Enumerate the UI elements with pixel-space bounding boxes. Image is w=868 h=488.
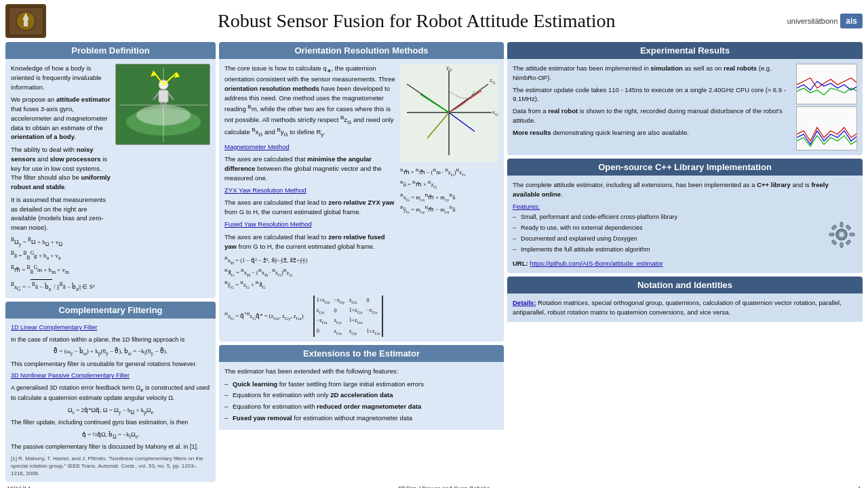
- eq2: Bã = BRGg + ba + va: [11, 249, 210, 262]
- chart-1: [796, 64, 857, 104]
- link-zyx[interactable]: ZYX Yaw Resolution Method: [224, 186, 307, 194]
- svg-rect-3: [24, 20, 28, 26]
- extensions-intro: The estimator has been extended with the…: [224, 367, 498, 376]
- cf-p5: The passive complementary filter is disc…: [11, 443, 210, 451]
- lib-intro: The complete attitude estimator, includi…: [513, 180, 857, 199]
- lib-features-area: Small, performant and code-efficient cro…: [513, 213, 857, 256]
- cf-eq1: θ̂̇ = (ωy − b̂ω) + kp(θy − θ̂), ḃω = −ki…: [11, 347, 210, 357]
- link-1d[interactable]: 1D Linear Complementary Filter: [11, 324, 98, 331]
- oeq6: Bx̂G = BxH − (BxH · BzG)BzG: [224, 267, 498, 279]
- problem-body: Knowledge of how a body is oriented is f…: [5, 59, 216, 298]
- svg-rect-44: [846, 240, 851, 245]
- fused-eq-block: HzG = q̂*BzGq̂* = (zGx, zGy, zGz) 1+zGz−…: [224, 296, 498, 337]
- exp-p1: The attitude estimator has been implemen…: [513, 64, 793, 83]
- ext-item-4: Fused yaw removal for estimation without…: [224, 413, 498, 423]
- notation-text: Details: Rotation matrices, special orth…: [513, 298, 857, 317]
- oeq1: Bm̂ = Bm̃ − (Bm · BzG)BzG: [400, 166, 498, 179]
- experimental-body: The attitude estimator has been implemen…: [507, 59, 863, 155]
- oeq5: BxH = (1 − q̂² − ẑ², x̂ŷ−ŷẑ, x̂ẑ+ŷŷ): [224, 255, 498, 267]
- eq4: BzG = −Bã − b̂a / ||Bã − b̂a|| ∈ S²: [11, 279, 210, 293]
- exp-p2: The estimator update code takes 110 - 14…: [513, 85, 793, 104]
- oeq7: BŷG = BzG × Bx̂G: [224, 279, 498, 291]
- orient-mag: The axes are calculated that minimise th…: [224, 155, 396, 182]
- eq-block: BΩy = BΩ + bΩ + vΩ Bã = BRGg + ba + va B…: [11, 235, 210, 293]
- svg-rect-40: [850, 233, 854, 236]
- orientation-panel: Orientation Resolution Methods The core …: [219, 42, 504, 342]
- problem-p2: We propose an attitude estimator that fu…: [11, 95, 111, 142]
- uni-logo: universitätbonn: [787, 17, 838, 25]
- extensions-list: Quick learning for faster settling from …: [224, 380, 498, 423]
- cf-p4: The filter update, including continued g…: [11, 418, 210, 427]
- ext-item-3: Equations for estimation with reduced or…: [224, 402, 498, 411]
- mid-column: Orientation Resolution Methods The core …: [219, 42, 504, 482]
- header: Robust Sensor Fusion for Robot Attitude …: [5, 4, 863, 38]
- link-mag[interactable]: Magnetometer Method: [224, 143, 290, 150]
- fused-matrix: 1+zGz−zGyzGx0 zGy01+zGz−zGy −zGxzGy1+zGz…: [313, 296, 384, 337]
- oeq4: BŷG = mcyBm̂ − mcxBû: [400, 203, 498, 216]
- problem-p4: It is assumed that measurements as detai…: [11, 195, 111, 232]
- extensions-header: Extensions to the Estimator: [219, 345, 504, 362]
- svg-rect-10: [159, 90, 168, 102]
- extensions-body: The estimator has been extended with the…: [219, 362, 504, 430]
- fused-lhs: HzG = q̂*BzGq̂* = (zGx, zGy, zGz): [224, 310, 304, 322]
- poster: Robust Sensor Fusion for Robot Attitude …: [0, 0, 868, 488]
- problem-panel: Problem Definition Knowledge of how a bo…: [5, 42, 216, 298]
- orient-zyx: The axes are calculated that lead to zer…: [224, 198, 396, 217]
- left-column: Problem Definition Knowledge of how a bo…: [5, 42, 216, 482]
- orient-more-eqs: BxH = (1 − q̂² − ẑ², x̂ŷ−ŷẑ, x̂ẑ+ŷŷ) Bx̂…: [224, 255, 498, 291]
- experimental-header: Experimental Results: [507, 42, 863, 59]
- library-body: The complete attitude estimator, includi…: [507, 176, 863, 273]
- extensions-panel: Extensions to the Estimator The estimato…: [219, 345, 504, 482]
- exp-text: The attitude estimator has been implemen…: [513, 64, 793, 150]
- url-link[interactable]: https://github.com/AIS-Bonn/attitude_est…: [530, 260, 663, 267]
- equations-block: BΩy = BΩ + bΩ + vΩ Bã = BRGg + ba + va B…: [11, 235, 210, 293]
- orient-eqs: Bm̂ = Bm̃ − (Bm · BzG)BzG Bû = Bm̂ × BzG…: [400, 166, 498, 216]
- cf-p3: A generalised 3D rotation error feedback…: [11, 384, 210, 403]
- ext-item-1: Quick learning for faster settling from …: [224, 380, 498, 389]
- gear-icon-area: [827, 213, 857, 256]
- problem-p3: The ability to deal with noisy sensors a…: [11, 145, 111, 192]
- footer-authors: Philipp Allgeuer and Sven Behnke: [398, 485, 490, 488]
- page-title: Robust Sensor Fusion for Robot Attitude …: [46, 10, 787, 32]
- svg-rect-41: [831, 225, 837, 230]
- eq3: Bm̃ = BRGm + bm + vm: [11, 263, 210, 277]
- orientation-header: Orientation Resolution Methods: [219, 42, 504, 59]
- svg-rect-33: [797, 64, 857, 104]
- notation-body: Details: Rotation matrices, special orth…: [507, 293, 863, 322]
- notation-panel: Notation and Identities Details: Rotatio…: [507, 277, 863, 482]
- svg-rect-38: [840, 243, 843, 247]
- exp-charts: [796, 64, 857, 150]
- svg-rect-37: [840, 222, 843, 227]
- footer-page: 1: [858, 485, 861, 488]
- link-fused[interactable]: Fused Yaw Resolution Method: [224, 220, 312, 228]
- cf-eq2: Ωc = 2q̂*Ωq̂, Ω = Ωy − bΩ + kpΩe: [11, 406, 210, 416]
- orient-diagram-area: zG xG yG Bm̂ = Bm̃ − (Bm · BzG)BzG Bû =: [400, 64, 498, 251]
- svg-rect-43: [846, 225, 851, 230]
- lib-feat-2: Ready to use, with no external dependenc…: [513, 224, 824, 232]
- svg-rect-34: [797, 107, 857, 150]
- cf-eq3: q̇̂ = ½q̂Ω, ḃΩ = −kiΩe.: [11, 430, 210, 441]
- chart-2: [796, 106, 857, 150]
- url-label: URL:: [513, 260, 528, 267]
- oeq3: BxG = mcxBm̂ + mcyBû: [400, 191, 498, 204]
- lib-feat-4: Implements the full attitude estimation …: [513, 245, 824, 254]
- gear-icon: [827, 220, 857, 250]
- lib-features-list: Small, performant and code-efficient cro…: [513, 213, 824, 256]
- lib-feat-1: Small, performant and code-efficient cro…: [513, 213, 824, 222]
- complementary-panel: Complementary Filtering 1D Linear Comple…: [5, 302, 216, 482]
- right-column: Experimental Results The attitude estima…: [507, 42, 863, 482]
- orient-fused: The axes are calculated that lead to zer…: [224, 232, 396, 251]
- library-header: Open-source C++ Library Implementation: [507, 159, 863, 176]
- eq1: BΩy = BΩ + bΩ + vΩ: [11, 235, 210, 249]
- content-area: Problem Definition Knowledge of how a bo…: [5, 42, 863, 482]
- footer-date: 19/11/14: [7, 485, 31, 488]
- notation-content: Rotation matrices, special orthogonal gr…: [513, 299, 842, 316]
- logo-left: [5, 4, 46, 38]
- experimental-panel: Experimental Results The attitude estima…: [507, 42, 863, 155]
- exp-p4: More results demonstrating quick learnin…: [513, 128, 793, 138]
- problem-header: Problem Definition: [5, 42, 216, 59]
- complementary-body: 1D Linear Complementary Filter In the ca…: [5, 319, 216, 482]
- problem-text: Knowledge of how a body is oriented is f…: [11, 64, 111, 232]
- ais-logo: ais: [840, 14, 863, 28]
- link-3d[interactable]: 3D Nonlinear Passive Complementary Filte…: [11, 372, 130, 379]
